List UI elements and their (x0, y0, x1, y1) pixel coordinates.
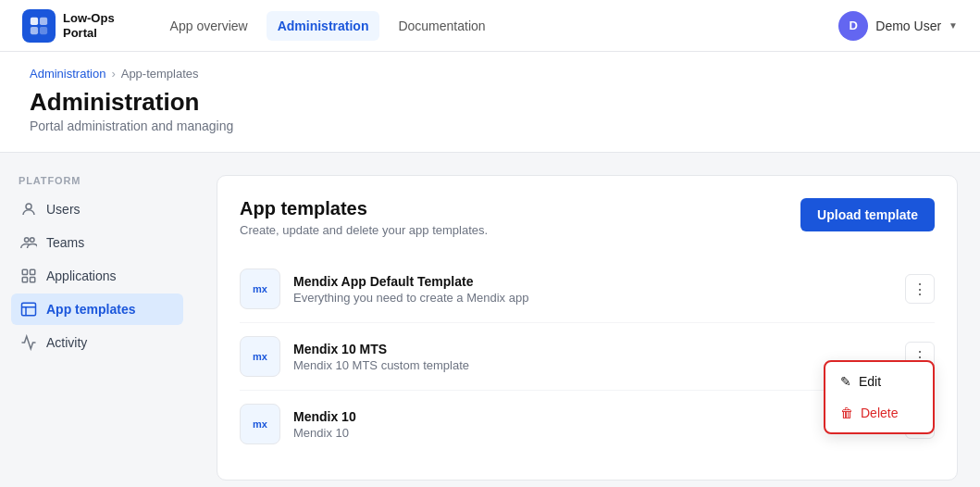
template-logo-mendix-10: mx (240, 404, 280, 444)
template-logo-mendix-default: mx (240, 268, 280, 309)
chevron-down-icon: ▼ (949, 20, 958, 31)
sidebar-item-activity-label: Activity (46, 335, 87, 350)
template-info-mendix-10-mts: Mendix 10 MTS Mendix 10 MTS custom templ… (293, 342, 892, 372)
sidebar-item-teams-label: Teams (46, 235, 84, 250)
template-name: Mendix 10 MTS (293, 342, 892, 356)
card-subtitle: Create, update and delete your app templ… (240, 223, 488, 237)
svg-rect-8 (31, 269, 35, 274)
app-templates-card: App templates Create, update and delete … (217, 175, 958, 481)
breadcrumb-administration[interactable]: Administration (30, 67, 105, 81)
dropdown-edit-label: Edit (859, 374, 881, 389)
template-item: mx Mendix App Default Template Everythin… (240, 256, 935, 323)
sidebar-item-teams[interactable]: Teams (11, 227, 183, 258)
sidebar: PLATFORM Users Teams Applications App te… (0, 153, 194, 487)
template-dropdown-menu: ✎ Edit 🗑 Delete (824, 360, 935, 434)
dropdown-edit-item[interactable]: ✎ Edit (825, 366, 933, 397)
main-layout: PLATFORM Users Teams Applications App te… (0, 153, 980, 487)
breadcrumb-app-templates: App-templates (121, 67, 199, 81)
sidebar-item-app-templates-label: App templates (46, 302, 135, 317)
card-header: App templates Create, update and delete … (240, 198, 935, 237)
sidebar-item-applications[interactable]: Applications (11, 260, 183, 292)
logo[interactable]: Low-Ops Portal (22, 9, 115, 43)
template-list: mx Mendix App Default Template Everythin… (240, 256, 935, 457)
svg-rect-11 (22, 303, 36, 316)
svg-rect-3 (40, 26, 47, 33)
svg-point-5 (25, 238, 30, 243)
template-logo-mendix-10-mts: mx (240, 336, 280, 377)
svg-rect-2 (31, 26, 38, 33)
svg-rect-7 (22, 269, 27, 274)
sidebar-item-activity[interactable]: Activity (11, 327, 183, 358)
nav-links: App overview Administration Documentatio… (159, 11, 810, 41)
template-info-mendix-10: Mendix 10 Mendix 10 (293, 409, 892, 440)
template-name: Mendix 10 (293, 409, 892, 424)
template-name: Mendix App Default Template (293, 274, 892, 289)
delete-icon: 🗑 (840, 406, 853, 420)
teams-icon (20, 234, 37, 251)
more-dots-icon: ⋮ (912, 281, 927, 298)
template-description: Mendix 10 MTS custom template (293, 358, 892, 372)
svg-rect-9 (22, 278, 27, 282)
user-menu[interactable]: D Demo User ▼ (838, 11, 958, 41)
sidebar-item-applications-label: Applications (46, 268, 117, 283)
user-name: Demo User (875, 19, 941, 33)
sidebar-item-app-templates[interactable]: App templates (11, 293, 183, 325)
dropdown-delete-item[interactable]: 🗑 Delete (825, 397, 933, 429)
page-subtitle: Portal administration and managing (30, 119, 950, 133)
user-icon (20, 201, 37, 218)
sidebar-section-label: PLATFORM (11, 175, 183, 186)
upload-template-button[interactable]: Upload template (800, 198, 935, 231)
user-avatar: D (838, 11, 868, 41)
template-description: Mendix 10 (293, 426, 892, 440)
page-header: Administration › App-templates Administr… (0, 52, 980, 153)
template-icon (20, 301, 37, 318)
breadcrumb: Administration › App-templates (30, 67, 950, 81)
template-description: Everything you need to create a Mendix a… (293, 291, 892, 305)
dropdown-delete-label: Delete (861, 406, 898, 420)
edit-icon: ✎ (840, 374, 851, 389)
card-header-text: App templates Create, update and delete … (240, 198, 488, 237)
logo-icon (22, 9, 56, 43)
svg-rect-0 (31, 17, 38, 24)
nav-administration[interactable]: Administration (267, 11, 380, 41)
template-item: mx Mendix 10 MTS Mendix 10 MTS custom te… (240, 323, 935, 391)
nav-documentation[interactable]: Documentation (387, 11, 496, 41)
activity-icon (20, 334, 37, 351)
grid-icon (20, 268, 37, 284)
nav-app-overview[interactable]: App overview (159, 11, 259, 41)
top-navigation: Low-Ops Portal App overview Administrati… (0, 0, 980, 52)
breadcrumb-separator: › (111, 67, 115, 81)
card-title: App templates (240, 198, 488, 219)
logo-text: Low-Ops Portal (63, 11, 115, 40)
sidebar-item-users-label: Users (46, 202, 81, 217)
template-info-mendix-default: Mendix App Default Template Everything y… (293, 274, 892, 305)
content-area: App templates Create, update and delete … (194, 153, 980, 487)
sidebar-item-users[interactable]: Users (11, 194, 183, 225)
template-more-button-mendix-default[interactable]: ⋮ (905, 274, 935, 304)
svg-point-4 (26, 204, 31, 209)
svg-point-6 (31, 238, 35, 243)
page-title: Administration (30, 88, 950, 117)
svg-rect-10 (31, 278, 35, 282)
svg-rect-1 (40, 17, 47, 24)
